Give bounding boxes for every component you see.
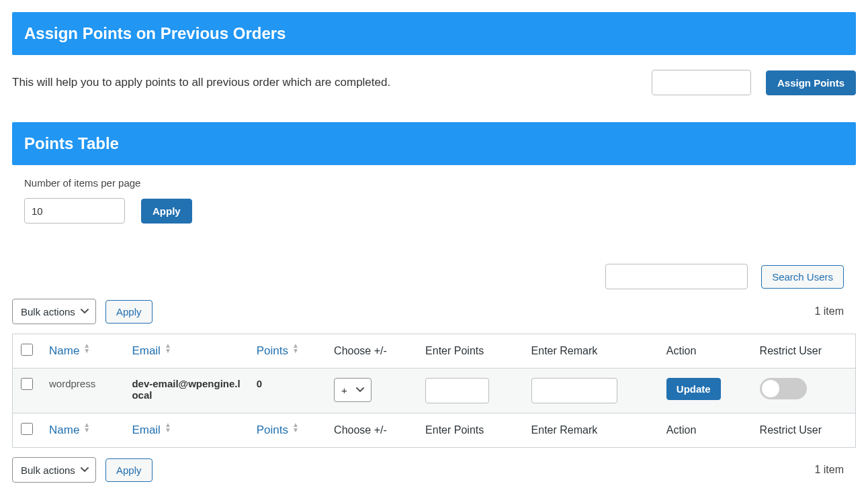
toggle-knob — [762, 380, 779, 397]
column-points-label: Points — [257, 344, 288, 358]
row-points: 0 — [249, 368, 326, 413]
column-enter-points-label: Enter Points — [417, 334, 523, 368]
search-users-input[interactable] — [605, 264, 748, 289]
column-points-sort-bottom[interactable]: Points ▲▼ — [257, 424, 299, 437]
row-select-checkbox[interactable] — [21, 378, 33, 390]
column-name-sort[interactable]: Name ▲▼ — [49, 344, 90, 358]
sort-icon: ▲▼ — [292, 425, 299, 436]
column-choose-label: Choose +/- — [326, 413, 417, 448]
row-name: wordpress — [41, 368, 124, 413]
row-email: dev-email@wpengine.local — [124, 368, 248, 413]
column-enter-remark-label: Enter Remark — [523, 334, 658, 368]
points-table: Name ▲▼ Email ▲▼ Points ▲▼ Choose +/- En… — [12, 334, 856, 448]
column-action-label: Action — [658, 413, 752, 448]
column-enter-remark-label: Enter Remark — [523, 413, 658, 448]
item-count-bottom: 1 item — [814, 464, 856, 476]
column-enter-points-label: Enter Points — [417, 413, 523, 448]
column-name-label: Name — [49, 424, 79, 437]
points-table-heading: Points Table — [12, 122, 856, 165]
sort-icon: ▲▼ — [83, 425, 90, 436]
row-restrict-toggle[interactable] — [760, 378, 807, 399]
column-restrict-label: Restrict User — [752, 334, 856, 368]
sort-icon: ▲▼ — [165, 346, 171, 356]
bulk-actions-select-bottom[interactable]: Bulk actions — [12, 457, 96, 483]
column-name-sort-bottom[interactable]: Name ▲▼ — [49, 424, 90, 437]
column-email-label: Email — [132, 424, 161, 437]
row-enter-remark-input[interactable] — [531, 378, 617, 403]
column-name-label: Name — [49, 344, 79, 358]
table-row: wordpress dev-email@wpengine.local 0 + U… — [13, 368, 856, 413]
sort-icon: ▲▼ — [292, 346, 299, 356]
assign-points-heading: Assign Points on Previous Orders — [12, 12, 856, 55]
search-users-button[interactable]: Search Users — [761, 265, 844, 289]
column-choose-label: Choose +/- — [326, 334, 417, 368]
assign-points-input[interactable] — [652, 70, 751, 95]
items-per-page-input[interactable] — [24, 198, 125, 224]
column-points-label: Points — [257, 424, 288, 437]
item-count-top: 1 item — [814, 305, 856, 317]
column-points-sort[interactable]: Points ▲▼ — [257, 344, 299, 358]
items-per-page-apply-button[interactable]: Apply — [141, 199, 192, 224]
assign-points-body: This will help you to apply points to al… — [12, 55, 856, 122]
column-restrict-label: Restrict User — [752, 413, 856, 448]
assign-points-description: This will help you to apply points to al… — [12, 76, 390, 89]
row-choose-select[interactable]: + — [334, 378, 372, 402]
items-per-page-label: Number of items per page — [24, 177, 856, 189]
column-email-sort-bottom[interactable]: Email ▲▼ — [132, 424, 171, 437]
column-email-label: Email — [132, 344, 161, 358]
sort-icon: ▲▼ — [83, 346, 90, 356]
bulk-actions-apply-top[interactable]: Apply — [105, 300, 153, 324]
row-enter-points-input[interactable] — [425, 378, 489, 403]
select-all-top[interactable] — [21, 344, 33, 356]
column-email-sort[interactable]: Email ▲▼ — [132, 344, 171, 358]
bulk-actions-select-top[interactable]: Bulk actions — [12, 299, 96, 324]
bulk-actions-apply-bottom[interactable]: Apply — [105, 458, 153, 482]
column-action-label: Action — [658, 334, 752, 368]
select-all-bottom[interactable] — [21, 423, 33, 435]
row-update-button[interactable]: Update — [666, 378, 721, 400]
sort-icon: ▲▼ — [165, 425, 171, 436]
assign-points-button[interactable]: Assign Points — [766, 70, 856, 95]
